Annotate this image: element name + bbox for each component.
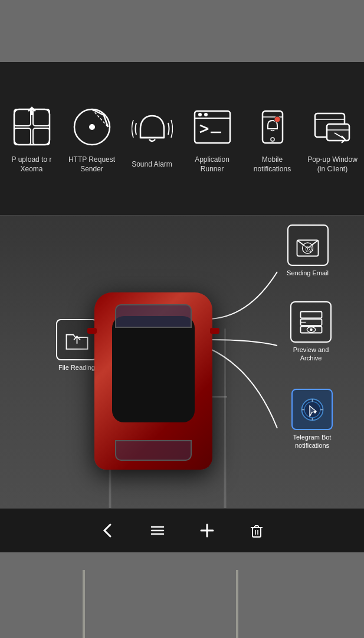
node-telegram-label: Telegram Bot notifications <box>288 433 336 450</box>
tool-mobile-label: Mobile notifications <box>246 155 299 174</box>
node-preview-archive[interactable]: Preview and Archive <box>287 301 335 363</box>
mobile-icon <box>249 103 296 151</box>
node-sending-email[interactable]: @ Sending Email <box>287 224 329 277</box>
tool-http-label: HTTP Request Sender <box>65 155 118 174</box>
svg-point-37 <box>310 328 313 331</box>
node-email-label: Sending Email <box>287 269 329 277</box>
sound-icon <box>129 108 176 155</box>
terminal-icon <box>189 103 236 151</box>
tool-sound-alarm[interactable]: Sound Alarm <box>123 103 181 174</box>
tool-popup-window[interactable]: Pop-up Window (in Client) <box>304 99 361 178</box>
bottom-gray-area <box>0 552 364 638</box>
tool-popup-label: Pop-up Window (in Client) <box>306 155 359 174</box>
svg-rect-3 <box>14 128 31 145</box>
svg-rect-2 <box>33 109 50 126</box>
svg-line-16 <box>200 125 208 129</box>
popup-icon <box>309 103 356 151</box>
menu-button[interactable] <box>145 517 170 543</box>
tool-app-runner[interactable]: Application Runner <box>183 99 241 178</box>
svg-point-15 <box>204 113 208 116</box>
bottom-toolbar <box>0 508 364 552</box>
svg-point-23 <box>274 116 280 122</box>
tool-mobile-notify[interactable]: Mobile notifications <box>244 99 301 178</box>
svg-point-14 <box>198 113 202 116</box>
svg-point-7 <box>89 124 95 130</box>
node-preview-label: Preview and Archive <box>287 346 335 363</box>
tool-upload-xeoma[interactable]: P upload to r Xeoma <box>3 99 60 178</box>
svg-rect-4 <box>33 128 50 145</box>
http-icon <box>68 103 116 151</box>
tool-http-request[interactable]: HTTP Request Sender <box>63 99 120 178</box>
tool-apprunner-label: Application Runner <box>186 155 238 174</box>
car-overhead-view <box>77 292 230 481</box>
svg-rect-1 <box>14 109 31 126</box>
tool-sound-label: Sound Alarm <box>132 160 172 170</box>
tool-upload-xeoma-label: P upload to r Xeoma <box>5 155 58 174</box>
upload-icon <box>8 103 55 151</box>
telegram-icon <box>291 389 333 430</box>
archive-icon <box>290 301 332 343</box>
svg-rect-51 <box>252 528 261 537</box>
delete-button[interactable] <box>244 517 270 543</box>
node-telegram-bot[interactable]: Telegram Bot notifications <box>288 389 336 450</box>
svg-text:@: @ <box>305 244 313 252</box>
svg-point-20 <box>271 138 274 141</box>
email-icon: @ <box>287 224 329 266</box>
svg-line-17 <box>200 129 208 132</box>
back-button[interactable] <box>95 517 121 543</box>
scene: File Reading @ Sending Email <box>0 216 364 552</box>
svg-point-45 <box>314 411 316 414</box>
svg-rect-33 <box>300 311 322 318</box>
add-button[interactable] <box>194 517 220 543</box>
toolbar: P upload to r Xeoma HTTP Request Sender <box>0 62 364 216</box>
top-gray-area <box>0 0 364 62</box>
svg-rect-26 <box>327 124 349 141</box>
svg-rect-19 <box>263 111 283 143</box>
main-panel: P upload to r Xeoma HTTP Request Sender <box>0 62 364 552</box>
